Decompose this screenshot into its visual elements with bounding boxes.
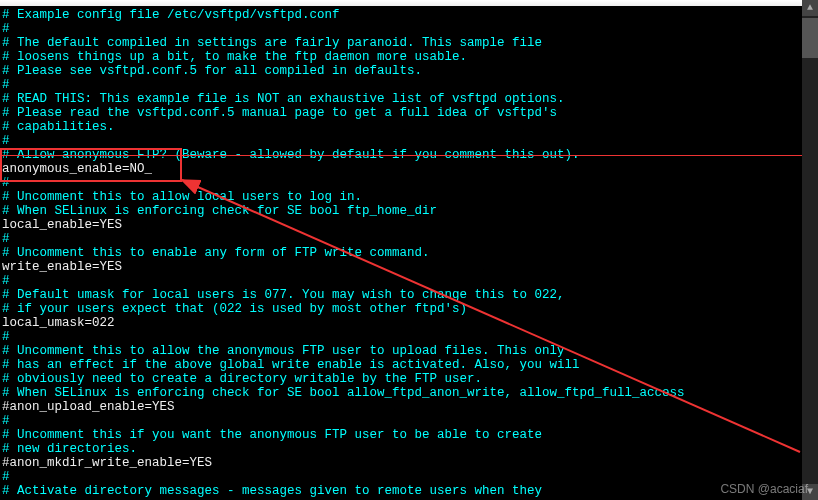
config-comment-line[interactable]: # Default umask for local users is 077. … <box>2 288 818 302</box>
config-setting-line[interactable]: write_enable=YES <box>2 260 818 274</box>
config-comment-line[interactable]: # When SELinux is enforcing check for SE… <box>2 204 818 218</box>
config-comment-line[interactable]: # Uncomment this to allow the anonymous … <box>2 344 818 358</box>
config-comment-line[interactable]: # The default compiled in settings are f… <box>2 36 818 50</box>
config-comment-line[interactable]: # When SELinux is enforcing check for SE… <box>2 386 818 400</box>
config-comment-line[interactable]: # Uncomment this to enable any form of F… <box>2 246 818 260</box>
config-comment-line[interactable]: # <box>2 22 818 36</box>
config-comment-line[interactable]: # <box>2 414 818 428</box>
browser-chrome-peek <box>0 0 818 6</box>
config-comment-line[interactable]: # READ THIS: This example file is NOT an… <box>2 92 818 106</box>
scroll-thumb[interactable] <box>802 18 818 58</box>
config-setting-line[interactable]: local_umask=022 <box>2 316 818 330</box>
config-comment-line[interactable]: # Uncomment this to allow local users to… <box>2 190 818 204</box>
config-setting-line[interactable]: anonymous_enable=NO_ <box>2 162 818 176</box>
vertical-scrollbar[interactable]: ▲ ▼ <box>802 0 818 500</box>
config-comment-line[interactable]: # capabilities. <box>2 120 818 134</box>
config-comment-line[interactable]: # if your users expect that (022 is used… <box>2 302 818 316</box>
watermark-text: CSDN @acaciaf <box>720 482 808 496</box>
config-setting-line[interactable]: #anon_upload_enable=YES <box>2 400 818 414</box>
config-comment-line[interactable]: # <box>2 78 818 92</box>
terminal-editor[interactable]: # Example config file /etc/vsftpd/vsftpd… <box>2 8 818 500</box>
config-comment-line[interactable]: # Please read the vsftpd.conf.5 manual p… <box>2 106 818 120</box>
scroll-up-button[interactable]: ▲ <box>802 0 818 16</box>
config-comment-line[interactable]: # Activate directory messages - messages… <box>2 484 818 498</box>
config-comment-line[interactable]: # <box>2 330 818 344</box>
config-comment-line[interactable]: # obviously need to create a directory w… <box>2 372 818 386</box>
config-comment-line[interactable]: # Uncomment this if you want the anonymo… <box>2 428 818 442</box>
config-comment-line[interactable]: # has an effect if the above global writ… <box>2 358 818 372</box>
config-setting-line[interactable]: local_enable=YES <box>2 218 818 232</box>
config-comment-line[interactable]: # <box>2 232 818 246</box>
config-comment-line[interactable]: # <box>2 176 818 190</box>
config-comment-line[interactable]: # new directories. <box>2 442 818 456</box>
config-comment-line[interactable]: # Example config file /etc/vsftpd/vsftpd… <box>2 8 818 22</box>
config-comment-line[interactable]: # <box>2 274 818 288</box>
config-comment-line[interactable]: # <box>2 470 818 484</box>
config-comment-line[interactable]: # Allow anonymous FTP? (Beware - allowed… <box>2 148 818 162</box>
config-comment-line[interactable]: # <box>2 134 818 148</box>
config-comment-line[interactable]: # Please see vsftpd.conf.5 for all compi… <box>2 64 818 78</box>
config-comment-line[interactable]: # loosens things up a bit, to make the f… <box>2 50 818 64</box>
config-setting-line[interactable]: #anon_mkdir_write_enable=YES <box>2 456 818 470</box>
